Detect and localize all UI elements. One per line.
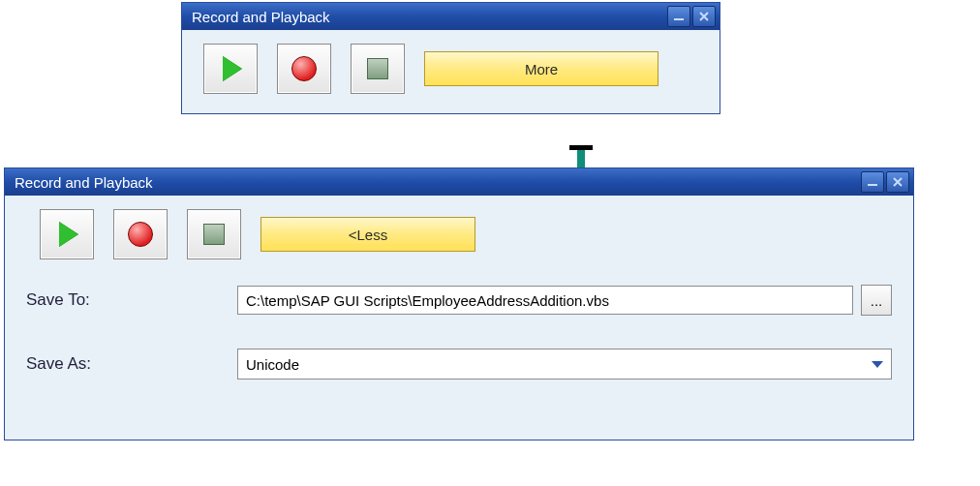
record-playback-window-expanded: Record and Playback <Less Save To: ... S… bbox=[4, 167, 914, 440]
titlebar-controls bbox=[861, 171, 909, 193]
record-button[interactable] bbox=[277, 44, 331, 94]
titlebar: Record and Playback bbox=[182, 3, 720, 30]
play-button[interactable] bbox=[203, 44, 258, 94]
record-icon bbox=[128, 222, 153, 247]
minimize-button[interactable] bbox=[667, 6, 690, 27]
window-title: Record and Playback bbox=[192, 9, 330, 25]
stop-icon bbox=[203, 224, 225, 245]
stop-icon bbox=[367, 58, 388, 79]
close-button[interactable] bbox=[886, 171, 909, 193]
save-to-row: Save To: ... bbox=[5, 279, 913, 321]
record-button[interactable] bbox=[113, 209, 168, 259]
record-icon bbox=[291, 56, 317, 81]
minimize-icon bbox=[868, 184, 877, 186]
titlebar: Record and Playback bbox=[5, 168, 913, 196]
chevron-down-icon bbox=[872, 361, 883, 368]
more-button[interactable]: More bbox=[424, 51, 658, 86]
toolbar: More bbox=[182, 30, 720, 107]
stop-button[interactable] bbox=[351, 44, 405, 94]
less-button[interactable]: <Less bbox=[260, 217, 475, 252]
minimize-button[interactable] bbox=[861, 171, 884, 193]
close-button[interactable] bbox=[692, 6, 716, 27]
save-to-input[interactable] bbox=[237, 286, 853, 315]
close-icon bbox=[698, 11, 710, 22]
save-as-row: Save As: Unicode bbox=[5, 343, 913, 385]
close-icon bbox=[892, 176, 903, 188]
window-title: Record and Playback bbox=[15, 174, 153, 191]
save-to-label: Save To: bbox=[26, 290, 230, 310]
toolbar: <Less bbox=[5, 196, 913, 273]
play-icon bbox=[223, 56, 242, 81]
minimize-icon bbox=[674, 18, 684, 20]
stop-button[interactable] bbox=[187, 209, 241, 259]
titlebar-controls bbox=[667, 6, 716, 27]
save-as-select[interactable]: Unicode bbox=[237, 349, 892, 380]
save-as-label: Save As: bbox=[26, 354, 230, 374]
play-icon bbox=[59, 222, 78, 247]
play-button[interactable] bbox=[40, 209, 94, 259]
browse-button[interactable]: ... bbox=[861, 285, 892, 316]
save-as-value: Unicode bbox=[246, 356, 299, 373]
record-playback-window-collapsed: Record and Playback More bbox=[181, 2, 720, 114]
